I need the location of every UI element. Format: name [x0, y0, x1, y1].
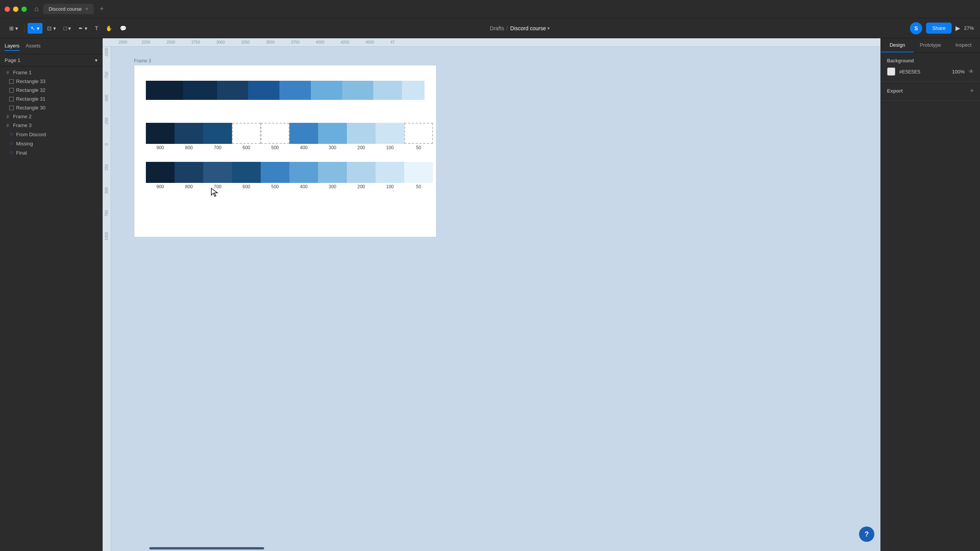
drafts-breadcrumb[interactable]: Drafts [490, 25, 504, 31]
page-selector[interactable]: Page 1 ▾ [0, 54, 102, 67]
mid-color-400 [289, 123, 318, 144]
layer-item-from-discord[interactable]: ⁘ From Discord [0, 130, 102, 139]
top-palette [146, 81, 425, 100]
breadcrumb-separator: / [506, 25, 508, 31]
bot-color-400 [289, 162, 318, 183]
bot-swatch-500: 500 [261, 162, 289, 189]
mid-swatch-500: 500 [261, 123, 289, 150]
component-icon-2: ⁘ [9, 140, 14, 147]
bot-swatch-600: 600 [232, 162, 261, 189]
tab-label: Discord course [49, 6, 82, 12]
mid-color-600 [232, 123, 261, 144]
bot-swatch-100: 100 [376, 162, 404, 189]
bot-swatch-200: 200 [347, 162, 376, 189]
swatch-600-top [248, 81, 279, 100]
right-panel-tabs: Design Prototype Inspect [881, 38, 980, 53]
bot-label-300: 300 [328, 184, 336, 189]
background-color-preview[interactable] [887, 67, 895, 76]
mid-color-700 [203, 123, 232, 144]
layer-label-rect33: Rectangle 33 [16, 78, 46, 84]
export-add-button[interactable]: + [970, 87, 974, 95]
layer-item-rect33[interactable]: Rectangle 33 [0, 77, 102, 86]
help-button[interactable]: ? [859, 527, 874, 542]
export-section: Export + [881, 82, 980, 101]
mid-color-50 [404, 123, 433, 144]
bot-label-500: 500 [271, 184, 279, 189]
traffic-lights [5, 7, 27, 12]
hand-tool-button[interactable]: ✋ [103, 23, 115, 34]
bottom-palette: 900 800 700 [146, 162, 425, 189]
component-icon-3: ⁘ [9, 150, 14, 156]
layer-label-frame1: Frame 1 [13, 70, 31, 75]
ruler-left: -1000 -750 -500 -250 0 250 500 750 1000 [103, 47, 111, 551]
layer-item-rect31[interactable]: Rectangle 31 [0, 95, 102, 103]
minimize-button[interactable] [13, 7, 18, 12]
active-tab[interactable]: Discord course ✕ [43, 4, 94, 14]
layer-label-from-discord: From Discord [16, 132, 46, 137]
play-button[interactable]: ▶ [956, 24, 960, 32]
mid-color-800 [175, 123, 203, 144]
layer-item-frame2[interactable]: # Frame 2 [0, 112, 102, 121]
bot-color-100 [376, 162, 404, 183]
tab-close-icon[interactable]: ✕ [85, 7, 88, 11]
mid-color-500 [261, 123, 289, 144]
tool-divider-1 [24, 24, 24, 33]
move-tool-button[interactable]: ↖ ▾ [28, 23, 42, 34]
shape-tool-button[interactable]: □ ▾ [60, 23, 74, 34]
frame-icon-2: # [5, 114, 11, 119]
inspect-tab[interactable]: Inspect [947, 38, 980, 52]
layers-list: # Frame 1 Rectangle 33 Rectangle 32 Rect… [0, 67, 102, 551]
layer-item-frame1[interactable]: # Frame 1 [0, 68, 102, 77]
user-avatar[interactable]: S [910, 22, 922, 34]
ruler-top: 2000 2250 2500 2750 3000 3250 3500 3750 … [103, 38, 880, 47]
layer-item-rect32[interactable]: Rectangle 32 [0, 86, 102, 95]
bot-swatch-900: 900 [146, 162, 175, 189]
bot-label-200: 200 [357, 184, 365, 189]
visibility-toggle-icon[interactable]: 👁 [969, 68, 974, 75]
layer-label-rect31: Rectangle 31 [16, 96, 46, 102]
background-opacity[interactable]: 100% [952, 69, 965, 75]
layer-item-rect30[interactable]: Rectangle 30 [0, 103, 102, 112]
prototype-tab[interactable]: Prototype [914, 38, 947, 52]
right-panel: Design Prototype Inspect Background #E5E… [880, 38, 980, 551]
horizontal-scrollbar[interactable] [149, 547, 264, 549]
home-button[interactable]: ⌂ [34, 5, 39, 13]
layer-item-missing[interactable]: ⁘ Missing [0, 139, 102, 148]
layer-label-missing: Missing [16, 141, 33, 147]
assets-tab[interactable]: Assets [26, 41, 41, 51]
maximize-button[interactable] [21, 7, 27, 12]
background-hex[interactable]: #E5E5E5 [899, 69, 948, 75]
grid-tool-button[interactable]: ⊞ ▾ [6, 23, 21, 34]
frame3-box[interactable]: 900 800 700 [134, 65, 436, 237]
pen-tool-button[interactable]: ✒ ▾ [75, 23, 90, 34]
mid-swatch-50: 50 [404, 123, 433, 150]
share-button[interactable]: Share [926, 23, 952, 34]
bot-color-300 [318, 162, 347, 183]
close-button[interactable] [5, 7, 10, 12]
layer-item-final[interactable]: ⁘ Final [0, 148, 102, 157]
comment-tool-button[interactable]: 💬 [117, 23, 129, 34]
rect-icon [9, 79, 14, 84]
bot-label-50: 50 [416, 184, 421, 189]
project-name[interactable]: Discord course ▾ [510, 25, 550, 31]
component-icon-1: ⁘ [9, 131, 14, 137]
bot-label-900: 900 [156, 184, 164, 189]
mid-color-100 [376, 123, 404, 144]
mid-label-50: 50 [416, 145, 421, 150]
new-tab-button[interactable]: + [100, 5, 104, 13]
swatch-300-top [342, 81, 374, 100]
text-tool-button[interactable]: T [92, 23, 101, 34]
swatch-700-top [217, 81, 248, 100]
layer-item-frame3[interactable]: # Frame 3 [0, 121, 102, 130]
bottom-palette-swatches: 900 800 700 [146, 162, 425, 189]
swatch-900-top [146, 81, 183, 100]
mid-color-300 [318, 123, 347, 144]
zoom-level[interactable]: 27% [964, 25, 974, 31]
canvas-area[interactable]: 2000 2250 2500 2750 3000 3250 3500 3750 … [103, 38, 880, 551]
design-tab[interactable]: Design [881, 38, 914, 52]
frame-tool-button[interactable]: ⊡ ▾ [44, 23, 59, 34]
layers-tab[interactable]: Layers [5, 41, 20, 51]
bot-label-700: 700 [214, 184, 221, 189]
page-label: Page 1 [5, 57, 20, 63]
mid-label-300: 300 [328, 145, 336, 150]
